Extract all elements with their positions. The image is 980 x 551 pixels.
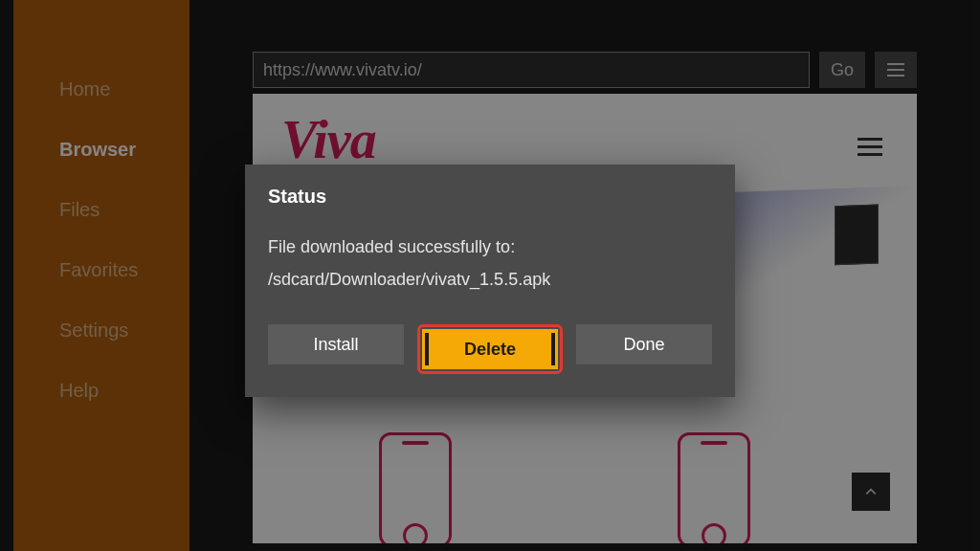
dialog-file-path: /sdcard/Downloader/vivatv_1.5.5.apk bbox=[268, 270, 712, 290]
delete-button-highlight: Delete bbox=[417, 324, 563, 374]
app-root: Home Browser Files Favorites Settings He… bbox=[0, 0, 980, 551]
dialog-title: Status bbox=[268, 186, 712, 208]
dialog-message: File downloaded successfully to: bbox=[268, 234, 712, 260]
dialog-button-row: Install Delete Done bbox=[268, 324, 712, 374]
install-button[interactable]: Install bbox=[268, 324, 404, 364]
delete-button[interactable]: Delete bbox=[422, 329, 558, 369]
status-dialog: Status File downloaded successfully to: … bbox=[245, 165, 735, 397]
done-button[interactable]: Done bbox=[576, 324, 712, 364]
